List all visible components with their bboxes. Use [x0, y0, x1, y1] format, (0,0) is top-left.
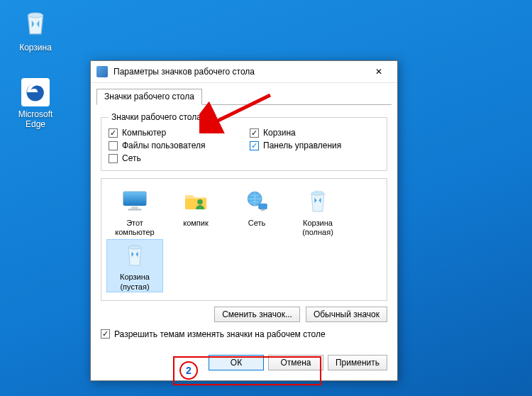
- recycle-bin-empty-icon: [120, 240, 150, 270]
- svg-point-10: [128, 246, 141, 249]
- close-icon: ✕: [375, 67, 382, 77]
- titlebar[interactable]: Параметры значков рабочего стола ✕: [91, 61, 397, 83]
- tab-desktop-icons[interactable]: Значки рабочего стола: [96, 89, 202, 105]
- checkbox-label: Корзина: [263, 128, 296, 138]
- apply-button[interactable]: Применить: [328, 355, 387, 370]
- checkbox-icon: [109, 141, 118, 150]
- svg-point-5: [197, 199, 203, 205]
- icon-item-label: Корзина (полная): [290, 219, 345, 237]
- recycle-bin-full-icon: [303, 186, 333, 216]
- tab-strip: Значки рабочего стола: [91, 83, 397, 104]
- folder-user-icon: [181, 186, 211, 216]
- checkbox-icon: [109, 128, 118, 138]
- icon-item-kompik[interactable]: компик: [168, 186, 223, 237]
- desktop-icon-edge[interactable]: Microsoft Edge: [9, 78, 62, 129]
- checkbox-label: Файлы пользователя: [122, 141, 205, 150]
- dialog-icon: [96, 66, 108, 77]
- icon-item-recycle-empty[interactable]: Корзина (пустая): [107, 240, 162, 291]
- checkbox-icon: [250, 141, 259, 150]
- checkbox-label: Панель управления: [263, 141, 341, 150]
- globe-icon: [242, 186, 272, 216]
- svg-rect-8: [261, 209, 265, 211]
- default-icon-button[interactable]: Обычный значок: [306, 307, 387, 322]
- checkbox-user-files[interactable]: Файлы пользователя: [109, 141, 238, 150]
- edge-icon: [21, 78, 50, 106]
- checkbox-network[interactable]: Сеть: [109, 153, 238, 163]
- checkbox-label: Компьютер: [122, 128, 166, 138]
- group-desktop-icons: Значки рабочего стола Компьютер Корзина …: [101, 112, 387, 171]
- icon-item-this-pc[interactable]: Этот компьютер: [107, 186, 162, 237]
- icon-item-label: компик: [168, 219, 223, 228]
- icon-item-recycle-full[interactable]: Корзина (полная): [290, 186, 345, 237]
- icon-item-label: Этот компьютер: [107, 219, 162, 237]
- checkbox-label: Разрешить темам изменять значки на рабоч…: [114, 329, 326, 339]
- checkbox-icon: [101, 329, 110, 339]
- svg-point-0: [28, 13, 43, 18]
- desktop-icon-label: Microsoft Edge: [9, 109, 62, 129]
- recycle-bin-icon: [18, 6, 52, 40]
- checkbox-icon: [109, 154, 118, 163]
- change-icon-button[interactable]: Сменить значок...: [214, 307, 300, 322]
- group-legend: Значки рабочего стола: [109, 112, 204, 122]
- desktop-icon-recycle-bin[interactable]: Корзина: [9, 6, 62, 53]
- desktop: Корзина Microsoft Edge Параметры значков…: [0, 0, 532, 396]
- checkbox-label: Сеть: [122, 153, 141, 163]
- monitor-icon: [120, 186, 150, 216]
- checkbox-recycle-bin[interactable]: Корзина: [250, 128, 379, 138]
- close-button[interactable]: ✕: [365, 62, 393, 82]
- checkbox-computer[interactable]: Компьютер: [109, 128, 238, 138]
- icon-item-network[interactable]: Сеть: [229, 186, 284, 237]
- checkbox-allow-themes[interactable]: Разрешить темам изменять значки на рабоч…: [101, 329, 387, 339]
- dialog-footer: ОК Отмена Применить: [91, 348, 397, 380]
- svg-rect-2: [123, 192, 146, 205]
- svg-rect-4: [128, 209, 141, 210]
- icon-item-label: Сеть: [229, 219, 284, 228]
- cancel-button[interactable]: Отмена: [268, 355, 323, 370]
- dialog-desktop-icon-settings: Параметры значков рабочего стола ✕ Значк…: [90, 60, 398, 381]
- dialog-title: Параметры значков рабочего стола: [113, 67, 365, 77]
- icon-preview-box: Этот компьютер компик Сеть: [101, 178, 387, 301]
- svg-rect-7: [259, 204, 267, 209]
- checkbox-control-panel[interactable]: Панель управления: [250, 141, 379, 150]
- icon-item-label: Корзина (пустая): [107, 273, 162, 291]
- desktop-icon-label: Корзина: [9, 43, 62, 53]
- svg-rect-3: [131, 207, 138, 209]
- checkbox-icon: [250, 128, 259, 138]
- ok-button[interactable]: ОК: [209, 355, 264, 370]
- dialog-body: Значки рабочего стола Компьютер Корзина …: [91, 105, 397, 348]
